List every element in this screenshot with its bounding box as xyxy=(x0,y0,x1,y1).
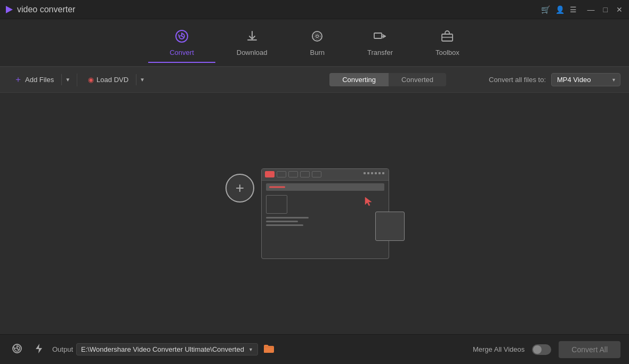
folder-icon[interactable] xyxy=(263,344,274,355)
toolbar-separator-1 xyxy=(77,74,77,86)
tab-transfer[interactable]: Transfer xyxy=(346,24,414,62)
toolbox-nav-label: Toolbox xyxy=(436,48,459,56)
file-overlay xyxy=(375,212,405,241)
load-dvd-label: Load DVD xyxy=(96,76,128,84)
add-files-button[interactable]: ＋ Add Files xyxy=(9,71,59,88)
load-dvd-dropdown-arrow[interactable]: ▼ xyxy=(136,74,148,85)
merge-toggle[interactable] xyxy=(532,344,551,355)
download-nav-label: Download xyxy=(237,48,268,56)
footer-right: Merge All Videos Convert All xyxy=(473,341,620,358)
history-button[interactable] xyxy=(9,341,26,358)
title-bar: video converter 🛒 👤 ☰ — □ ✕ xyxy=(0,0,629,19)
svg-marker-0 xyxy=(6,6,13,13)
transfer-nav-label: Transfer xyxy=(367,48,393,56)
toggle-knob xyxy=(533,345,542,354)
app-title: video converter xyxy=(17,5,75,14)
transfer-nav-icon xyxy=(373,29,387,45)
browser-tab-4 xyxy=(312,171,321,177)
footer-output: Output E:\Wondershare Video Converter Ul… xyxy=(52,343,467,355)
toolbar-left: ＋ Add Files ▼ ◉ Load DVD ▼ xyxy=(9,71,372,88)
output-label: Output xyxy=(52,345,73,353)
format-select[interactable]: MP4 Video MKV Video AVI Video MOV Video … xyxy=(551,73,620,86)
lightning-button[interactable] xyxy=(31,341,47,358)
svg-point-2 xyxy=(312,31,322,41)
add-files-label: Add Files xyxy=(25,76,54,84)
empty-state: + xyxy=(240,168,389,259)
plus-icon: ＋ xyxy=(14,74,22,85)
user-icon[interactable]: 👤 xyxy=(555,5,565,14)
tab-converted[interactable]: Converted xyxy=(389,73,446,86)
convert-all-label: Convert All xyxy=(571,345,608,354)
close-button[interactable]: ✕ xyxy=(614,4,625,15)
browser-window-illustration xyxy=(261,168,389,259)
tab-toolbox[interactable]: Toolbox xyxy=(414,24,481,62)
browser-titlebar xyxy=(262,169,389,181)
browser-line-1 xyxy=(266,217,309,219)
convert-all-files-label: Convert all files to: xyxy=(489,76,546,84)
toolbar: ＋ Add Files ▼ ◉ Load DVD ▼ Converting Co… xyxy=(0,67,629,93)
convert-all-button[interactable]: Convert All xyxy=(559,341,620,358)
tab-download[interactable]: Download xyxy=(215,24,289,62)
browser-tab-active xyxy=(265,171,275,177)
burn-nav-label: Burn xyxy=(310,48,325,56)
output-path-text: E:\Wondershare Video Converter Ultimate\… xyxy=(81,345,244,353)
add-files-circle-button[interactable]: + xyxy=(225,174,254,203)
dots-grid xyxy=(364,172,384,174)
toolbox-nav-icon xyxy=(440,29,454,45)
browser-content xyxy=(262,191,389,230)
cart-icon[interactable]: 🛒 xyxy=(541,5,550,14)
browser-urlbar xyxy=(266,183,384,191)
svg-rect-5 xyxy=(374,33,382,38)
browser-line-3 xyxy=(266,224,303,226)
browser-tab-2 xyxy=(288,171,298,177)
tab-convert[interactable]: Convert xyxy=(148,24,215,62)
browser-tab-1 xyxy=(277,171,286,177)
browser-text-lines xyxy=(266,217,384,226)
tab-burn[interactable]: Burn xyxy=(289,24,346,62)
converting-tabs: Converting Converted xyxy=(329,73,446,86)
add-files-dropdown-arrow[interactable]: ▼ xyxy=(61,74,74,85)
browser-line-2 xyxy=(266,221,298,222)
convert-nav-icon xyxy=(175,29,189,45)
browser-tab-3 xyxy=(300,171,310,177)
menu-icon[interactable]: ☰ xyxy=(570,5,577,14)
titlebar-left: video converter xyxy=(4,5,75,14)
minimize-button[interactable]: — xyxy=(585,4,597,15)
output-path[interactable]: E:\Wondershare Video Converter Ultimate\… xyxy=(76,343,258,355)
download-nav-icon xyxy=(245,29,259,45)
main-content: + xyxy=(0,93,629,334)
merge-all-videos-label: Merge All Videos xyxy=(473,345,525,353)
output-path-dropdown-arrow: ▼ xyxy=(248,347,253,352)
convert-nav-label: Convert xyxy=(170,48,194,56)
format-select-wrapper: MP4 Video MKV Video AVI Video MOV Video … xyxy=(551,73,620,86)
load-dvd-button[interactable]: ◉ Load DVD xyxy=(83,73,134,86)
app-logo-icon xyxy=(4,5,14,14)
tab-converting[interactable]: Converting xyxy=(329,73,389,86)
toolbar-right: Convert all files to: MP4 Video MKV Vide… xyxy=(489,73,620,86)
footer: Output E:\Wondershare Video Converter Ul… xyxy=(0,334,629,364)
disc-icon: ◉ xyxy=(88,76,94,84)
maximize-button[interactable]: □ xyxy=(601,4,610,15)
browser-img-placeholder xyxy=(266,195,287,214)
plus-circle-icon: + xyxy=(236,180,244,197)
svg-point-3 xyxy=(316,35,319,37)
titlebar-right: 🛒 👤 ☰ — □ ✕ xyxy=(541,4,625,15)
burn-nav-icon xyxy=(310,29,324,45)
cursor-arrow-icon xyxy=(364,196,373,209)
nav-tabs: Convert Download Burn xyxy=(0,19,629,67)
window-controls: — □ ✕ xyxy=(585,4,625,15)
svg-point-4 xyxy=(314,33,320,39)
